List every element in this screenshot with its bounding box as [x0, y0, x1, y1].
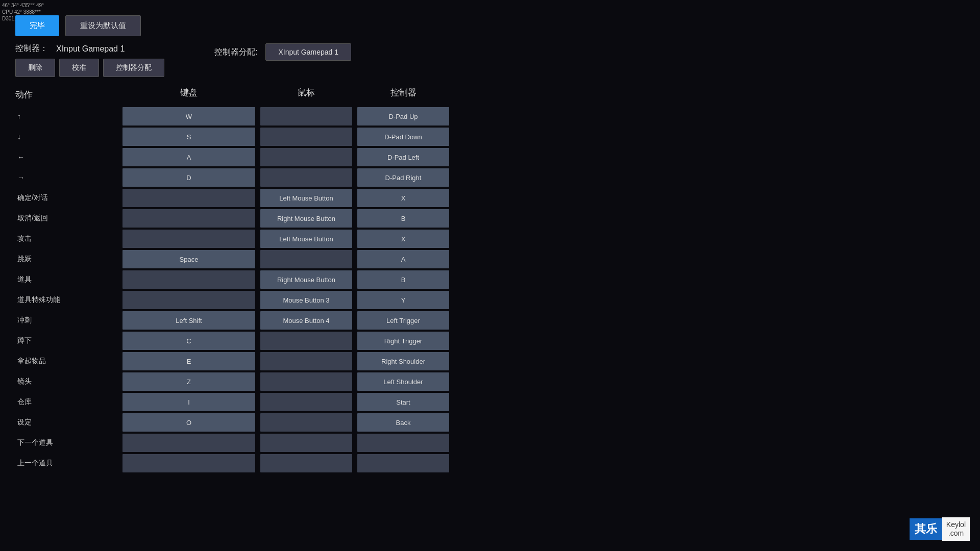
- cell-action-5: 取消/返回: [15, 214, 117, 223]
- cell-action-12: 拿起物品: [15, 357, 117, 366]
- cell-controller-14[interactable]: Start: [357, 393, 449, 411]
- cell-action-15: 设定: [15, 418, 117, 427]
- cell-controller-5[interactable]: B: [357, 209, 449, 228]
- cell-mouse-12[interactable]: [260, 352, 352, 370]
- cell-mouse-16[interactable]: [260, 434, 352, 452]
- cell-controller-17[interactable]: [357, 454, 449, 472]
- cell-keyboard-4[interactable]: [122, 189, 255, 207]
- cell-mouse-1[interactable]: [260, 128, 352, 146]
- table-row: 道具特殊功能Mouse Button 3Y: [15, 290, 965, 310]
- cell-controller-16[interactable]: [357, 434, 449, 452]
- table-row: ←AD-Pad Left: [15, 147, 965, 167]
- cell-action-16: 下一个道具: [15, 438, 117, 447]
- table-row: →DD-Pad Right: [15, 168, 965, 187]
- table-row: ↑WD-Pad Up: [15, 107, 965, 126]
- cell-mouse-14[interactable]: [260, 393, 352, 411]
- cell-keyboard-13[interactable]: Z: [122, 372, 255, 391]
- cell-action-1: ↓: [15, 133, 117, 141]
- header-keyboard: 键盘: [122, 87, 255, 103]
- cell-keyboard-15[interactable]: O: [122, 413, 255, 432]
- cell-mouse-4[interactable]: Left Mouse Button: [260, 189, 352, 207]
- cell-mouse-0[interactable]: [260, 107, 352, 126]
- cell-mouse-13[interactable]: [260, 372, 352, 391]
- cell-mouse-17[interactable]: [260, 454, 352, 472]
- cell-controller-12[interactable]: Right Shoulder: [357, 352, 449, 370]
- reset-button[interactable]: 重设为默认值: [65, 15, 141, 36]
- cell-action-6: 攻击: [15, 234, 117, 243]
- table-row: ↓SD-Pad Down: [15, 127, 965, 146]
- top-buttons: 完毕 重设为默认值: [15, 15, 141, 36]
- cell-controller-3[interactable]: D-Pad Right: [357, 168, 449, 187]
- table-row: 攻击Left Mouse ButtonX: [15, 229, 965, 248]
- assign-button[interactable]: 控制器分配: [103, 59, 164, 77]
- cell-keyboard-11[interactable]: C: [122, 332, 255, 350]
- cell-keyboard-0[interactable]: W: [122, 107, 255, 126]
- cell-controller-10[interactable]: Left Trigger: [357, 311, 449, 330]
- cell-keyboard-5[interactable]: [122, 209, 255, 228]
- cell-mouse-9[interactable]: Mouse Button 3: [260, 291, 352, 309]
- cell-mouse-5[interactable]: Right Mouse Button: [260, 209, 352, 228]
- cell-controller-8[interactable]: B: [357, 270, 449, 289]
- cell-action-2: ←: [15, 153, 117, 161]
- cell-keyboard-8[interactable]: [122, 270, 255, 289]
- cell-keyboard-1[interactable]: S: [122, 128, 255, 146]
- header-controller: 控制器: [357, 87, 449, 103]
- watermark-keylol: Keylol .com: [942, 517, 970, 541]
- cell-controller-9[interactable]: Y: [357, 291, 449, 309]
- cell-keyboard-3[interactable]: D: [122, 168, 255, 187]
- header-mouse: 鼠标: [260, 87, 352, 103]
- controller-name: XInput Gamepad 1: [56, 44, 125, 54]
- cell-keyboard-9[interactable]: [122, 291, 255, 309]
- watermark-english: Keylol: [946, 520, 966, 529]
- cell-controller-2[interactable]: D-Pad Left: [357, 148, 449, 166]
- controller-assign-section: 控制器分配: XInput Gamepad 1: [214, 43, 351, 61]
- controller-label: 控制器：: [15, 43, 48, 54]
- cell-mouse-8[interactable]: Right Mouse Button: [260, 270, 352, 289]
- cell-action-8: 道具: [15, 275, 117, 284]
- cell-controller-4[interactable]: X: [357, 189, 449, 207]
- cell-mouse-15[interactable]: [260, 413, 352, 432]
- sub-buttons: 删除 校准 控制器分配: [15, 59, 164, 77]
- cell-controller-0[interactable]: D-Pad Up: [357, 107, 449, 126]
- cell-controller-6[interactable]: X: [357, 230, 449, 248]
- keybinding-table: 动作 键盘 鼠标 控制器 ↑WD-Pad Up↓SD-Pad Down←AD-P…: [15, 87, 965, 473]
- cell-controller-13[interactable]: Left Shoulder: [357, 372, 449, 391]
- cell-action-9: 道具特殊功能: [15, 295, 117, 305]
- watermark: 其乐 Keylol .com: [910, 517, 970, 541]
- cell-keyboard-16[interactable]: [122, 434, 255, 452]
- table-row: 拿起物品ERight Shoulder: [15, 352, 965, 371]
- cell-keyboard-17[interactable]: [122, 454, 255, 472]
- cell-mouse-11[interactable]: [260, 332, 352, 350]
- cell-keyboard-10[interactable]: Left Shift: [122, 311, 255, 330]
- cell-action-14: 仓库: [15, 397, 117, 407]
- cell-mouse-10[interactable]: Mouse Button 4: [260, 311, 352, 330]
- cell-keyboard-12[interactable]: E: [122, 352, 255, 370]
- cell-mouse-6[interactable]: Left Mouse Button: [260, 230, 352, 248]
- cell-controller-1[interactable]: D-Pad Down: [357, 128, 449, 146]
- cell-keyboard-14[interactable]: I: [122, 393, 255, 411]
- delete-button[interactable]: 删除: [15, 59, 55, 77]
- hud-line1: 46° 34° 435*** 49°: [2, 2, 44, 9]
- cell-controller-7[interactable]: A: [357, 250, 449, 268]
- table-row: 设定OBack: [15, 413, 965, 432]
- watermark-dot: .com: [948, 529, 964, 538]
- table-row: 跳跃SpaceA: [15, 249, 965, 269]
- watermark-chinese: 其乐: [910, 518, 942, 540]
- cell-keyboard-2[interactable]: A: [122, 148, 255, 166]
- cell-mouse-2[interactable]: [260, 148, 352, 166]
- cell-controller-15[interactable]: Back: [357, 413, 449, 432]
- table-row: 道具Right Mouse ButtonB: [15, 270, 965, 289]
- table-row: 镜头ZLeft Shoulder: [15, 372, 965, 391]
- cell-controller-11[interactable]: Right Trigger: [357, 332, 449, 350]
- cell-mouse-3[interactable]: [260, 168, 352, 187]
- controller-info: 控制器： XInput Gamepad 1: [15, 43, 125, 54]
- calibrate-button[interactable]: 校准: [59, 59, 99, 77]
- cell-action-17: 上一个道具: [15, 459, 117, 468]
- gamepad-select-button[interactable]: XInput Gamepad 1: [265, 43, 351, 61]
- hud-line2: CPU 42° 3888***: [2, 9, 44, 15]
- table-row: 蹲下CRight Trigger: [15, 331, 965, 350]
- cell-keyboard-7[interactable]: Space: [122, 250, 255, 268]
- cell-keyboard-6[interactable]: [122, 230, 255, 248]
- done-button[interactable]: 完毕: [15, 15, 59, 36]
- cell-mouse-7[interactable]: [260, 250, 352, 268]
